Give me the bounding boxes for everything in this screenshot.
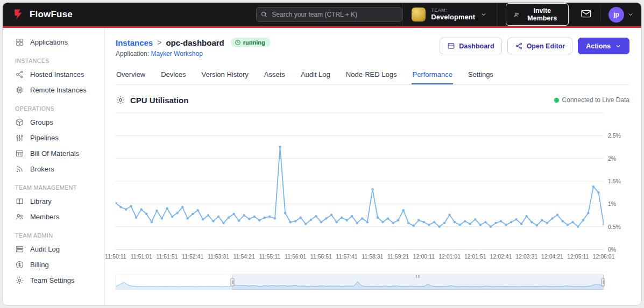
mail-icon [581,8,592,19]
clock-icon [235,39,241,46]
sidebar-item-library[interactable]: Library [3,194,104,209]
header-actions: Dashboard Open Editor Actions [440,38,629,54]
navigator-selection[interactable] [232,275,604,290]
x-tick-label: 12:03:31 [515,253,537,260]
y-tick-label: 2% [608,155,616,162]
sidebar-item-team-settings[interactable]: Team Settings [3,273,104,288]
users-icon [15,212,24,221]
sidebar-item-brokers[interactable]: Brokers [3,161,104,177]
x-tick-label: 11:56:01 [285,253,306,260]
sidebar-item-audit-log[interactable]: Audit Log [3,241,104,257]
chart-title: CPU Utilisation [130,96,188,105]
x-tick-label: 12:01:01 [438,253,461,260]
editor-share-icon [515,42,523,50]
x-tick-label: 11:57:41 [336,253,358,260]
navigator-grip-icon[interactable] [415,275,421,278]
brand[interactable]: FlowFuse [12,8,124,21]
sidebar-item-billing[interactable]: Billing [3,257,104,273]
dashboard-button[interactable]: Dashboard [440,38,501,54]
cube-icon [15,118,24,127]
sidebar-item-applications[interactable]: Applications [3,34,104,50]
window-icon [447,42,455,50]
breadcrumb-separator: > [157,38,161,47]
sidebar-item-bill-of-materials[interactable]: Bill Of Materials [3,146,104,161]
x-tick-label: 11:51:01 [131,253,152,260]
applications-icon [15,38,24,47]
main-content: Instances > opc-dashboard running Applic… [105,28,641,305]
x-tick-label: 12:00:11 [413,253,435,260]
cpu-chart: 0%0.5%1%1.5%2%2.5% [116,112,629,250]
tab-audit-log[interactable]: Audit Log [300,66,331,84]
x-tick-label: 11:51:51 [156,253,178,260]
invite-members-button[interactable]: Invite Members [506,3,569,26]
breadcrumb-instances-link[interactable]: Instances [116,38,153,47]
sidebar-item-hosted-instances[interactable]: Hosted Instances [3,67,104,82]
chevron-down-icon [627,11,634,18]
tab-devices[interactable]: Devices [160,66,186,84]
application-line: Application: Mayker Workshop [116,50,271,58]
sidebar-section-operations: OPERATIONS [3,98,104,114]
search-icon [260,11,268,18]
x-tick-label: 11:53:31 [208,253,229,260]
chart-x-axis-labels: 11:50:1111:51:0111:51:5111:52:4111:53:31… [116,253,604,262]
sidebar-item-members[interactable]: Members [3,209,104,225]
topbar: FlowFuse TEAM: Development Invite Member… [3,3,641,28]
x-tick-label: 11:59:21 [387,253,409,260]
search-input[interactable] [256,7,402,22]
actions-button[interactable]: Actions [578,38,629,54]
book-open-icon [15,197,24,206]
live-status-dot-icon [554,98,559,103]
sidebar-item-remote-instances[interactable]: Remote Instances [3,82,104,98]
sidebar-section-team-management: TEAM MANAGEMENT [3,177,104,194]
sidebar-item-pipelines[interactable]: Pipelines [3,130,104,146]
y-tick-label: 1% [608,200,616,207]
user-menu[interactable]: jp [601,7,634,23]
application-link[interactable]: Mayker Workshop [151,50,202,58]
gear-icon [116,95,125,105]
avatar: jp [608,7,624,23]
brand-name: FlowFuse [30,9,73,20]
x-tick-label: 11:54:21 [233,253,255,260]
x-tick-label: 12:02:41 [490,253,512,260]
tab-performance[interactable]: Performance [412,66,452,84]
tab-version-history[interactable]: Version History [201,66,249,84]
sidebar-item-groups[interactable]: Groups [3,114,104,130]
invite-members-label: Invite Members [523,7,561,22]
x-tick-label: 12:01:51 [464,253,486,260]
chart-navigator[interactable] [116,275,604,290]
x-tick-label: 12:04:21 [541,253,563,260]
open-editor-button[interactable]: Open Editor [507,38,573,54]
live-status: Connected to Live Data [554,96,629,104]
sidebar: Applications INSTANCES Hosted Instances … [3,28,105,305]
x-tick-label: 11:52:41 [182,253,203,260]
x-tick-label: 11:50:11 [105,253,126,260]
gear-icon [15,276,24,285]
chevron-down-icon [480,11,487,18]
y-tick-label: 0% [608,246,616,253]
mail-button[interactable] [577,8,601,22]
x-tick-label: 11:58:31 [362,253,383,260]
navigator-left-handle[interactable] [231,278,235,286]
tab-bar: Overview Devices Version History Assets … [116,66,629,85]
tab-settings[interactable]: Settings [468,66,494,84]
application-label: Application: [116,50,149,58]
x-tick-label: 11:56:51 [310,253,332,260]
table-icon [15,149,24,158]
team-selector[interactable]: TEAM: Development [402,3,497,26]
team-avatar [412,8,426,22]
breadcrumb: Instances > opc-dashboard running [116,38,271,47]
navigator-right-handle[interactable] [601,278,605,286]
y-tick-label: 1.5% [608,178,621,184]
chart-plot-area [116,112,604,250]
broadcast-icon [15,164,24,174]
y-tick-label: 0.5% [608,224,621,230]
tab-overview[interactable]: Overview [116,66,146,84]
pipelines-icon [15,133,24,142]
tab-assets[interactable]: Assets [264,66,286,84]
chip-icon [15,85,24,95]
x-tick-label: 12:05:11 [567,253,589,260]
sidebar-section-instances: INSTANCES [3,50,104,67]
currency-dollar-icon [15,260,24,269]
team-name: Development [431,13,475,22]
tab-node-red-logs[interactable]: Node-RED Logs [345,66,398,84]
